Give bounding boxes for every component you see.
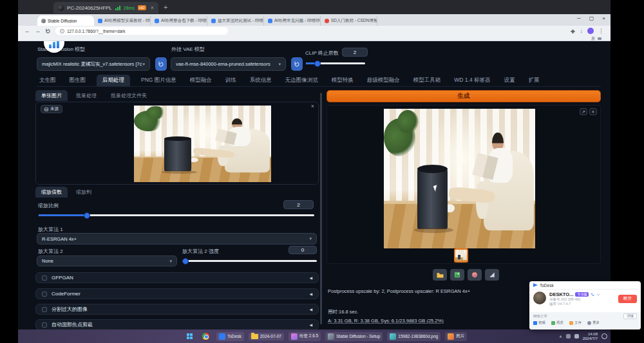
browser-tab-active[interactable]: Stable Diffusion: [37, 15, 94, 26]
tab-extras[interactable]: 后期处理: [97, 75, 130, 86]
split-oversize-checkbox[interactable]: [42, 307, 47, 312]
disconnect-button[interactable]: 断开: [618, 295, 637, 303]
taskbar-png-file[interactable]: 15982-1983860d.png: [387, 332, 440, 341]
new-session-button[interactable]: +: [164, 3, 167, 11]
chevron-down-icon[interactable]: [596, 293, 600, 297]
taskbar-folder[interactable]: 2024-07-07: [249, 333, 284, 340]
tab-system-info[interactable]: 系统信息: [247, 75, 274, 86]
tab-img2img[interactable]: 图生图: [67, 75, 89, 86]
accordion-auto-face-crop[interactable]: 自动面部焦点剪裁 ◀: [35, 319, 319, 329]
gallery-thumbnail[interactable]: [454, 248, 468, 263]
profile-avatar[interactable]: [587, 28, 594, 34]
save-image-button[interactable]: [450, 269, 464, 281]
tab-png-info[interactable]: PNG 图片信息: [138, 75, 179, 86]
details-button[interactable]: 详情: [623, 313, 637, 319]
open-folder-button[interactable]: [433, 269, 447, 281]
browser-tab[interactable]: AI绘画模型安装教程 - 哔哩哔哩: [94, 16, 151, 26]
browser-tab[interactable]: 放大算法对比测试 - 哔哩哔哩: [207, 16, 264, 26]
fullscreen-icon[interactable]: ↗: [580, 108, 587, 115]
quick-more[interactable]: 更多: [587, 320, 600, 325]
address-bar[interactable]: i 127.0.0.1:7860/?__theme=dark: [55, 27, 228, 35]
quick-files[interactable]: 文件: [569, 320, 582, 325]
upscaler1-dropdown[interactable]: R-ESRGAN 4x+▾: [37, 233, 317, 245]
auto-face-crop-checkbox[interactable]: [42, 322, 47, 328]
refresh-models-button[interactable]: [155, 57, 167, 71]
slider-knob[interactable]: [182, 258, 189, 264]
taskbar-chrome[interactable]: [200, 331, 212, 341]
scale-ratio-slider[interactable]: [39, 214, 314, 216]
quick-audio[interactable]: 音频: [533, 320, 545, 325]
tab-model-converter[interactable]: 模型转换: [329, 75, 356, 86]
tray-icon[interactable]: [566, 334, 571, 338]
tab-wd14-tagger[interactable]: WD 1.4 标签器: [451, 75, 493, 86]
latency-badge: 28ms: [124, 6, 135, 10]
source-image: [134, 106, 271, 182]
subtab-single-image[interactable]: 单张图片: [35, 90, 68, 101]
downloads-icon[interactable]: ↓: [580, 28, 583, 34]
tab-super-merger[interactable]: 超级模型融合: [365, 75, 402, 86]
slider-knob[interactable]: [84, 212, 90, 219]
upscaler2-strength-value[interactable]: 0: [289, 246, 317, 254]
tab-settings[interactable]: 设置: [501, 75, 517, 86]
close-preview-icon[interactable]: ×: [589, 108, 597, 115]
slider-knob[interactable]: [314, 60, 321, 67]
taskbar-photos[interactable]: 图片: [445, 332, 467, 341]
vae-dropdown[interactable]: vae-ft-mse-840000-ema-pruned.safetensors…: [171, 57, 286, 71]
start-button[interactable]: [184, 332, 195, 340]
upscaler2-dropdown[interactable]: None▾: [37, 255, 177, 266]
todesk-session-tab[interactable]: PC-20240625HFPL 28ms HD ×: [53, 2, 158, 14]
taskbar-huishi-launcher[interactable]: 绘世 2.6.5: [289, 332, 321, 341]
browser-tab[interactable]: AI绘画常见问题 - 哔哩哔哩: [264, 16, 321, 26]
quick-quality[interactable]: 画质: [551, 320, 564, 325]
clip-skip-slider[interactable]: [306, 62, 365, 64]
generated-image[interactable]: [384, 109, 535, 248]
tray-icon[interactable]: [574, 334, 579, 338]
generate-button[interactable]: 生成: [327, 90, 601, 102]
todesk-popup-header[interactable]: ToDesk: [529, 281, 641, 290]
tab-train[interactable]: 训练: [223, 75, 239, 86]
gfpgan-checkbox[interactable]: [42, 275, 47, 281]
tab-scale-by[interactable]: 缩放倍数: [35, 187, 68, 198]
refresh-vae-button[interactable]: [291, 57, 303, 71]
window-minimize-button[interactable]: ─: [577, 15, 581, 21]
window-close-button[interactable]: ×: [602, 15, 605, 21]
call-icon[interactable]: [591, 293, 594, 297]
extensions-icon[interactable]: [570, 28, 576, 34]
tab-infinite-browser[interactable]: 无边图像浏览: [283, 75, 321, 86]
close-session-icon[interactable]: ×: [151, 5, 154, 11]
tab-scale-to[interactable]: 缩放到: [70, 187, 97, 198]
tray-expand-icon[interactable]: ∧: [559, 334, 562, 338]
site-info-icon[interactable]: i: [60, 29, 64, 33]
notification-bell-icon[interactable]: [601, 333, 607, 339]
upscaler2-strength-slider[interactable]: [182, 260, 317, 262]
all-bookmarks-button[interactable]: 所有书签: [598, 36, 603, 41]
scrollbar[interactable]: [320, 93, 322, 324]
browser-tab[interactable]: SD入门教程 - CSDN博客: [321, 16, 377, 26]
window-maximize-button[interactable]: ▢: [589, 15, 594, 21]
subtab-batch-folder[interactable]: 批量处理文件夹: [105, 90, 153, 101]
tab-checkpoint-merger[interactable]: 模型融合: [187, 75, 214, 86]
scale-ratio-value[interactable]: 2: [283, 200, 314, 209]
send-to-extras-button[interactable]: [485, 269, 499, 281]
tab-model-toolkit[interactable]: 模型工具箱: [411, 75, 444, 86]
taskbar-todesk[interactable]: ToDesk: [216, 332, 244, 341]
back-button[interactable]: ←: [24, 28, 30, 34]
refresh-page-icon[interactable]: [45, 28, 51, 34]
sd-model-dropdown[interactable]: majicMIX realistic 麦橘写实_v7.safetensors […: [37, 57, 150, 71]
codeformer-checkbox[interactable]: [42, 292, 47, 297]
clip-skip-value[interactable]: 2: [342, 48, 368, 57]
subtab-batch-process[interactable]: 批量处理: [70, 90, 102, 101]
tab-extensions[interactable]: 扩展: [526, 75, 542, 86]
clear-image-button[interactable]: ×: [311, 103, 314, 109]
source-image-dropzone[interactable]: 来源 ×: [35, 102, 319, 185]
browser-tab[interactable]: AI绘画整合包下载 - 哔哩哔哩: [151, 16, 207, 26]
send-to-inpaint-button[interactable]: [468, 269, 482, 281]
accordion-gfpgan[interactable]: GFPGAN ◀: [35, 272, 319, 283]
accordion-split-oversize[interactable]: 分割过大的图像 ◀: [35, 304, 319, 315]
tab-txt2img[interactable]: 文生图: [37, 75, 59, 86]
accordion-codeformer[interactable]: CodeFormer ◀: [35, 288, 319, 299]
browser-menu-icon[interactable]: ⋮: [598, 28, 604, 34]
taskbar-sd-setup[interactable]: Stable Diffusion - Setup: [325, 332, 383, 341]
taskbar-clock[interactable]: 14:08 2024/7/7: [583, 332, 598, 341]
forward-button[interactable]: →: [35, 28, 41, 34]
